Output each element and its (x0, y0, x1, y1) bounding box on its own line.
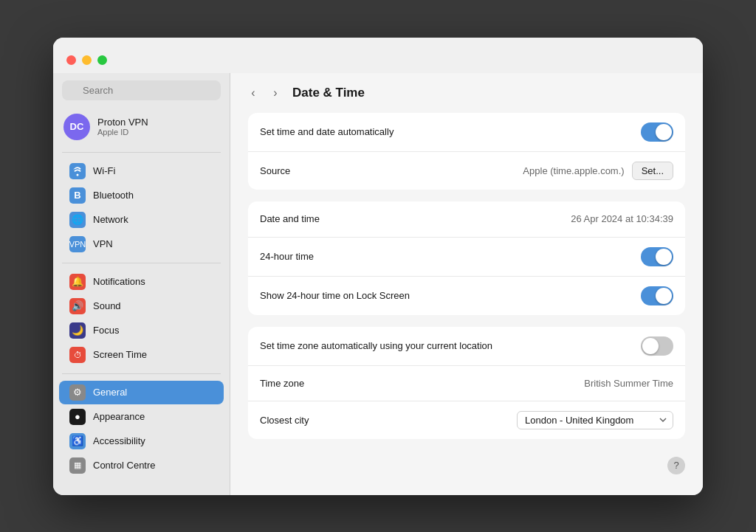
sidebar-item-general[interactable]: ⚙ General (59, 381, 224, 404)
sidebar-group-notifications: 🔔 Notifications 🔊 Sound 🌙 Focus ⏱ Screen… (53, 266, 230, 370)
sidebar-item-label-appearance: Appearance (93, 411, 145, 422)
sidebar-item-label-controlcentre: Control Centre (93, 460, 156, 471)
content-area: 🔍 DC Proton VPN Apple ID Wi (53, 73, 703, 495)
24hour-toggle[interactable] (641, 247, 673, 266)
minimize-button[interactable] (82, 55, 92, 65)
notifications-icon: 🔔 (69, 274, 86, 290)
focus-icon: 🌙 (69, 322, 86, 339)
sidebar-item-label-notifications: Notifications (93, 276, 145, 287)
main-panel: ‹ › Date & Time Set time and date automa… (230, 73, 703, 495)
source-value: Apple (time.apple.com.) (523, 165, 624, 176)
close-button[interactable] (66, 55, 76, 65)
timezone-row: Time zone British Summer Time (248, 365, 685, 401)
user-name: Proton VPN (97, 117, 148, 128)
lockscreen-toggle[interactable] (641, 286, 673, 305)
datetime-card: Date and time 26 Apr 2024 at 10:34:39 24… (248, 201, 685, 315)
24hour-row: 24-hour time (248, 237, 685, 276)
sidebar-item-screentime[interactable]: ⏱ Screen Time (59, 343, 224, 367)
sidebar-item-label-wifi: Wi-Fi (93, 165, 115, 176)
timezone-value: British Summer Time (584, 378, 673, 389)
date-time-value: 26 Apr 2024 at 10:34:39 (571, 213, 673, 224)
forward-button[interactable]: › (266, 83, 285, 103)
auto-timezone-toggle[interactable] (641, 336, 673, 356)
back-button[interactable]: ‹ (244, 83, 263, 103)
closest-city-row: Closest city London - United Kingdom Man… (248, 401, 685, 439)
timezone-card: Set time zone automatically using your c… (248, 327, 685, 439)
bluetooth-icon: B (69, 187, 86, 204)
appearance-icon: ● (69, 409, 86, 425)
auto-timezone-row: Set time zone automatically using your c… (248, 327, 685, 365)
closest-city-select[interactable]: London - United Kingdom Manchester - Uni… (517, 411, 673, 429)
sidebar-item-label-vpn: VPN (93, 238, 113, 249)
timezone-label: Time zone (260, 378, 304, 389)
user-subtitle: Apple ID (97, 128, 148, 137)
sidebar-item-accessibility[interactable]: ♿ Accessibility (59, 429, 224, 453)
toggle-thumb (656, 124, 672, 140)
sidebar-item-sound[interactable]: 🔊 Sound (59, 294, 224, 318)
sidebar-item-wifi[interactable]: Wi-Fi (59, 159, 224, 183)
wifi-icon (69, 163, 86, 179)
search-wrapper: 🔍 (62, 80, 221, 100)
toggle-thumb-3 (656, 288, 672, 304)
settings-window: 🔍 DC Proton VPN Apple ID Wi (53, 38, 703, 495)
sidebar-item-bluetooth[interactable]: B Bluetooth (59, 184, 224, 207)
vpn-icon: VPN (69, 236, 86, 252)
toggle-thumb-2 (656, 249, 672, 265)
sidebar: 🔍 DC Proton VPN Apple ID Wi (53, 73, 230, 495)
sidebar-item-label-bluetooth: Bluetooth (93, 190, 134, 201)
24hour-label: 24-hour time (260, 251, 314, 262)
source-label: Source (260, 165, 290, 176)
sidebar-item-label-network: Network (93, 214, 128, 225)
user-info: Proton VPN Apple ID (97, 117, 148, 137)
sidebar-item-label-accessibility: Accessibility (93, 435, 145, 446)
set-auto-row: Set time and date automatically (248, 113, 685, 151)
panel-header: ‹ › Date & Time (230, 73, 703, 113)
sidebar-item-label-screentime: Screen Time (93, 349, 147, 360)
lockscreen-label: Show 24-hour time on Lock Screen (260, 290, 410, 301)
auto-time-card: Set time and date automatically Source A… (248, 113, 685, 190)
sidebar-group-general: ⚙ General ● Appearance ♿ Accessibility ▦… (53, 377, 230, 481)
sidebar-group-network: Wi-Fi B Bluetooth 🌐 Network VPN VPN (53, 156, 230, 260)
search-container: 🔍 (53, 80, 230, 109)
help-button[interactable]: ? (667, 457, 685, 474)
sidebar-item-vpn[interactable]: VPN VPN (59, 232, 224, 256)
set-auto-toggle[interactable] (641, 122, 673, 142)
set-auto-label: Set time and date automatically (260, 126, 394, 137)
sidebar-item-controlcentre[interactable]: ▦ Control Centre (59, 454, 224, 477)
sidebar-divider-2 (62, 263, 221, 263)
general-icon: ⚙ (69, 384, 86, 401)
traffic-lights (66, 55, 107, 65)
source-set-button[interactable]: Set... (632, 162, 673, 180)
panel-content: Set time and date automatically Source A… (230, 113, 703, 495)
panel-title: Date & Time (292, 86, 365, 100)
closest-city-label: Closest city (260, 415, 309, 426)
sidebar-item-label-sound: Sound (93, 300, 121, 311)
sidebar-item-network[interactable]: 🌐 Network (59, 208, 224, 232)
sidebar-item-notifications[interactable]: 🔔 Notifications (59, 270, 224, 294)
date-time-label: Date and time (260, 213, 320, 224)
sidebar-item-focus[interactable]: 🌙 Focus (59, 319, 224, 342)
source-row: Source Apple (time.apple.com.) Set... (248, 151, 685, 190)
sidebar-item-label-focus: Focus (93, 325, 119, 336)
screentime-icon: ⏱ (69, 347, 86, 363)
lockscreen-row: Show 24-hour time on Lock Screen (248, 276, 685, 315)
avatar: DC (63, 114, 90, 140)
sidebar-divider-3 (62, 373, 221, 374)
user-section[interactable]: DC Proton VPN Apple ID (53, 109, 230, 149)
source-right: Apple (time.apple.com.) Set... (523, 162, 673, 180)
date-time-row: Date and time 26 Apr 2024 at 10:34:39 (248, 201, 685, 237)
sound-icon: 🔊 (69, 298, 86, 314)
search-input[interactable] (62, 80, 221, 100)
network-icon: 🌐 (69, 212, 86, 228)
toggle-thumb-4 (642, 338, 659, 354)
sidebar-item-label-general: General (93, 387, 127, 398)
sidebar-divider-1 (62, 152, 221, 153)
maximize-button[interactable] (97, 55, 107, 65)
sidebar-item-appearance[interactable]: ● Appearance (59, 405, 224, 429)
controlcentre-icon: ▦ (69, 457, 86, 474)
accessibility-icon: ♿ (69, 433, 86, 449)
auto-timezone-label: Set time zone automatically using your c… (260, 340, 492, 351)
titlebar (53, 38, 703, 73)
